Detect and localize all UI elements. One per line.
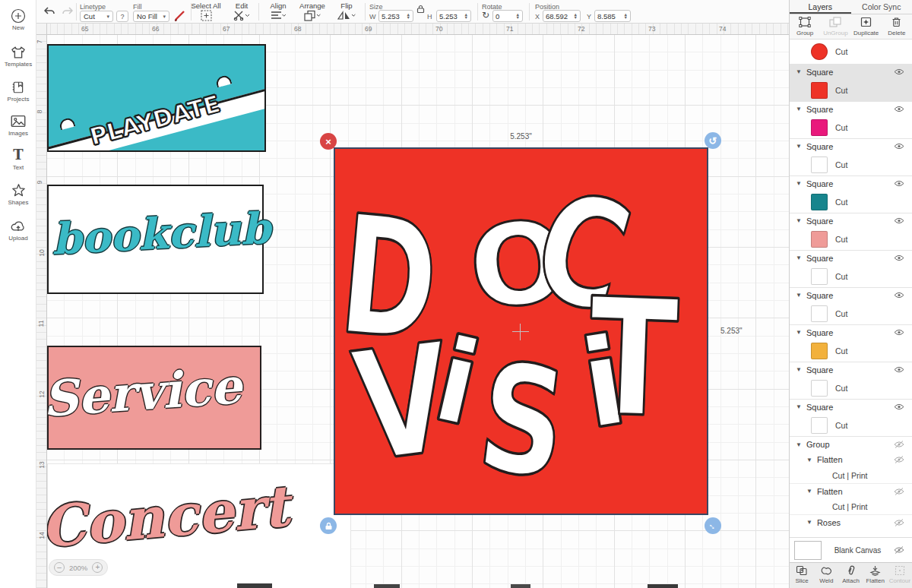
edit-button[interactable]: Edit bbox=[228, 2, 255, 23]
color-swatch[interactable] bbox=[811, 305, 828, 322]
layer-block[interactable]: ▼Square Cut bbox=[790, 213, 912, 250]
visibility-hidden-icon[interactable] bbox=[894, 456, 904, 463]
visibility-hidden-icon[interactable] bbox=[894, 488, 904, 495]
layer-block[interactable]: ▼Square Cut bbox=[790, 64, 912, 101]
layer-cut-row[interactable]: Cut bbox=[790, 191, 912, 213]
layer-block[interactable]: ▼Square Cut bbox=[790, 399, 912, 436]
duplicate-button[interactable]: Duplicate bbox=[851, 14, 882, 39]
flip-button[interactable]: Flip bbox=[333, 2, 360, 23]
sidebar-item-images[interactable]: Images bbox=[0, 113, 36, 137]
attach-button[interactable]: Attach bbox=[838, 563, 863, 588]
layer-block[interactable]: ▼Square Cut bbox=[790, 138, 912, 175]
chevron-down-icon[interactable]: ▼ bbox=[796, 217, 802, 224]
color-swatch[interactable] bbox=[811, 156, 828, 173]
zoom-in-button[interactable]: + bbox=[92, 562, 103, 573]
flatten-button[interactable]: Flatten bbox=[863, 563, 888, 588]
color-swatch[interactable] bbox=[811, 231, 828, 248]
resize-handle[interactable]: ↔ bbox=[705, 517, 721, 534]
select-all-button[interactable]: Select All bbox=[185, 2, 226, 23]
visibility-eye-icon[interactable] bbox=[894, 68, 904, 75]
visibility-eye-icon[interactable] bbox=[894, 366, 904, 373]
sidebar-item-shapes[interactable]: Shapes bbox=[0, 182, 36, 206]
chevron-down-icon[interactable]: ▼ bbox=[796, 180, 802, 187]
chevron-down-icon[interactable]: ▼ bbox=[796, 292, 802, 299]
chevron-down-icon[interactable]: ▼ bbox=[796, 143, 802, 150]
playdate-banner[interactable]: PLAYDATE bbox=[47, 44, 266, 152]
layer-cut-row[interactable]: Cut bbox=[790, 228, 912, 250]
sidebar-item-text[interactable]: T Text bbox=[0, 147, 36, 171]
color-swatch[interactable] bbox=[811, 82, 828, 99]
layer-block[interactable]: ▼Square Cut bbox=[790, 362, 912, 399]
fill-select[interactable]: No Fill▾ bbox=[133, 11, 169, 22]
visibility-eye-icon[interactable] bbox=[894, 254, 904, 261]
color-swatch[interactable] bbox=[811, 343, 828, 359]
bookclub-banner[interactable]: bookclub bbox=[47, 185, 264, 294]
linetype-select[interactable]: Cut▾ bbox=[80, 11, 113, 22]
slice-button[interactable]: Slice bbox=[790, 563, 814, 588]
chevron-down-icon[interactable]: ▼ bbox=[796, 329, 802, 336]
color-swatch[interactable] bbox=[811, 417, 828, 434]
layer-block[interactable]: ▼Square Cut bbox=[790, 101, 912, 138]
color-swatch[interactable] bbox=[811, 268, 828, 285]
visibility-eye-icon[interactable] bbox=[894, 292, 904, 299]
zoom-out-button[interactable]: – bbox=[54, 562, 65, 573]
stepper-arrows-icon[interactable]: ▲▼ bbox=[516, 13, 520, 20]
color-swatch[interactable] bbox=[811, 194, 828, 210]
layer-cut-row[interactable]: Cut bbox=[790, 79, 912, 101]
lock-handle[interactable] bbox=[320, 517, 337, 534]
visibility-eye-icon[interactable] bbox=[894, 180, 904, 187]
position-y-input[interactable]: 8.585▲▼ bbox=[594, 10, 631, 22]
layer-cut-row[interactable]: Cut bbox=[790, 377, 912, 399]
align-button[interactable]: Align bbox=[263, 2, 293, 22]
layer-block[interactable]: ▼Square Cut bbox=[790, 250, 912, 287]
chevron-down-icon[interactable]: ▼ bbox=[796, 366, 802, 373]
color-swatch[interactable] bbox=[811, 380, 828, 397]
layer-cut-row[interactable]: Cut bbox=[790, 340, 912, 362]
design-canvas[interactable]: PLAYDATE bookclub Service Concert D O C … bbox=[47, 35, 789, 588]
chevron-down-icon[interactable]: ▼ bbox=[806, 457, 812, 463]
visibility-eye-icon[interactable] bbox=[894, 217, 904, 224]
rotate-handle[interactable]: ↺ bbox=[705, 132, 721, 149]
linetype-help-button[interactable]: ? bbox=[116, 11, 128, 22]
chevron-down-icon[interactable]: ▼ bbox=[806, 488, 812, 495]
chevron-down-icon[interactable]: ▼ bbox=[796, 254, 802, 261]
position-x-input[interactable]: 68.592▲▼ bbox=[543, 10, 581, 22]
color-swatch[interactable] bbox=[811, 119, 828, 136]
visibility-eye-icon[interactable] bbox=[894, 329, 904, 336]
stepper-arrows-icon[interactable]: ▲▼ bbox=[574, 13, 578, 20]
delete-button[interactable]: Delete bbox=[882, 14, 912, 39]
visibility-eye-icon[interactable] bbox=[894, 143, 904, 150]
visibility-eye-icon[interactable] bbox=[894, 106, 904, 112]
sidebar-item-projects[interactable]: Projects bbox=[0, 79, 36, 103]
layer-block[interactable]: ▼Square Cut bbox=[790, 324, 912, 362]
chevron-down-icon[interactable]: ▼ bbox=[806, 519, 812, 526]
tab-color-sync[interactable]: Color Sync bbox=[851, 0, 912, 14]
stepper-arrows-icon[interactable]: ▲▼ bbox=[464, 13, 468, 20]
layer-block[interactable]: ▼Square Cut bbox=[790, 287, 912, 324]
weld-button[interactable]: Weld bbox=[814, 563, 838, 588]
service-banner[interactable]: Service bbox=[47, 346, 261, 450]
group-block[interactable]: ▼Group ▼Flatten Cut | Print ▼Flatten Cut… bbox=[790, 436, 912, 530]
chevron-down-icon[interactable]: ▼ bbox=[796, 106, 802, 112]
visibility-hidden-icon[interactable] bbox=[894, 441, 904, 448]
color-swatch[interactable] bbox=[811, 43, 828, 60]
layer-cut-row[interactable]: Cut bbox=[790, 414, 912, 436]
tab-layers[interactable]: Layers bbox=[790, 0, 851, 14]
arrange-button[interactable]: Arrange bbox=[295, 2, 330, 23]
visibility-eye-icon[interactable] bbox=[894, 403, 904, 410]
blank-canvas-swatch[interactable] bbox=[794, 541, 822, 560]
sidebar-item-new[interactable]: New bbox=[0, 8, 36, 31]
aspect-lock-icon[interactable] bbox=[416, 5, 425, 14]
chevron-down-icon[interactable]: ▼ bbox=[796, 441, 802, 448]
height-input[interactable]: 5.253▲▼ bbox=[436, 10, 471, 22]
delete-handle[interactable]: × bbox=[320, 133, 337, 150]
layer-cut-row[interactable]: Cut bbox=[790, 265, 912, 287]
undo-icon[interactable] bbox=[43, 5, 56, 19]
visibility-hidden-icon[interactable] bbox=[894, 546, 904, 554]
chevron-down-icon[interactable]: ▼ bbox=[796, 403, 802, 410]
layer-cut-row[interactable]: Cut bbox=[790, 153, 912, 175]
layer-block[interactable]: ▼Square Cut bbox=[790, 175, 912, 213]
layer-cut-row[interactable]: Cut bbox=[790, 40, 912, 64]
blank-canvas-row[interactable]: Blank Canvas bbox=[790, 537, 912, 562]
rotate-icon[interactable]: ↻ bbox=[482, 10, 489, 21]
